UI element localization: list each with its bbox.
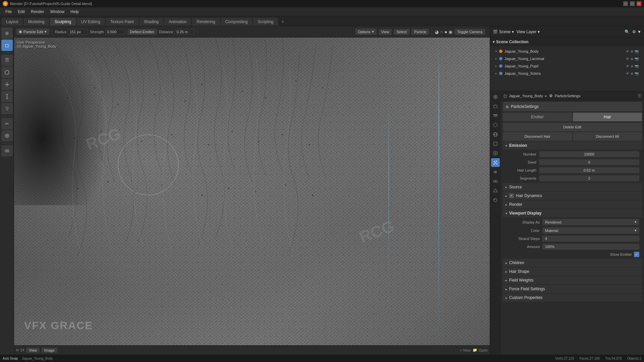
material-props-button[interactable] — [491, 196, 500, 204]
strength-input[interactable]: 0.500 — [105, 29, 125, 35]
tab-rendering[interactable]: Rendering — [192, 18, 220, 26]
maximize-button[interactable]: □ — [630, 1, 635, 6]
emitter-tab[interactable]: Emitter — [503, 113, 572, 121]
tab-sculpting[interactable]: Sculpting — [50, 18, 76, 26]
eye-icon-0[interactable]: 👁 — [626, 50, 629, 53]
minimize-button[interactable]: ─ — [623, 1, 628, 6]
tab-scripting[interactable]: Scripting — [253, 18, 278, 26]
menu-help[interactable]: Help — [68, 9, 82, 15]
distance-input[interactable]: 0.25 m — [174, 29, 195, 35]
render-icon-1[interactable]: 📷 — [635, 57, 639, 61]
menu-window[interactable]: Window — [47, 9, 67, 15]
close-button[interactable]: ✕ — [637, 1, 641, 6]
tab-layout[interactable]: Layout — [1, 18, 23, 26]
shading-material-icon[interactable]: ◉ — [448, 29, 452, 35]
tab-compositing[interactable]: Compositing — [221, 18, 253, 26]
cursor-icon-1[interactable]: ⊕ — [631, 57, 633, 61]
show-emitter-checkbox[interactable]: ✓ — [634, 252, 639, 257]
cursor-icon-0[interactable]: ⊕ — [631, 50, 633, 53]
cursor-icon-3[interactable]: ⊕ — [631, 72, 633, 75]
length-tool-button[interactable] — [1, 91, 13, 102]
mode-selector[interactable]: ◉ Particle Edit ▾ — [16, 28, 49, 35]
color-dropdown[interactable]: Material ▾ — [542, 227, 639, 234]
puff-tool-button[interactable] — [1, 103, 13, 114]
hair-tab[interactable]: Hair — [573, 113, 642, 121]
open-button[interactable]: 📁 Open — [473, 348, 488, 352]
search-box[interactable]: 🔍 — [625, 29, 630, 34]
extra-tool-button[interactable] — [1, 145, 13, 157]
number-value[interactable]: 10000 — [539, 151, 639, 157]
cut-tool-button[interactable]: ✂ — [1, 118, 13, 129]
hair-dynamics-section[interactable]: ▸ ✓ Hair Dynamics — [503, 192, 642, 200]
view-layer-props-button[interactable] — [491, 111, 500, 120]
modifier-props-button[interactable] — [491, 149, 500, 158]
toggle-camera-button[interactable]: Toggle Camera — [454, 29, 485, 35]
children-section[interactable]: ▸ Children — [503, 259, 642, 267]
physics-props-button[interactable] — [491, 168, 500, 176]
scene-dropdown[interactable]: 🎬 Scene ▾ — [493, 29, 514, 34]
render-section[interactable]: ▸ Render — [503, 200, 642, 208]
menu-edit[interactable]: Edit — [15, 9, 28, 15]
add-tool-button[interactable] — [1, 79, 13, 90]
scene-item-0[interactable]: ▾ Jaguar_Young_Body 👁 ⊕ 📷 — [490, 48, 644, 55]
source-section[interactable]: ▸ Source — [503, 183, 642, 191]
select-menu-button[interactable]: Select — [394, 29, 410, 35]
deflect-emitter-button[interactable]: Deflect Emitter — [127, 29, 157, 35]
comb-tool-button[interactable] — [1, 55, 13, 66]
tab-modeling[interactable]: Modeling — [23, 18, 49, 26]
eye-icon-2[interactable]: 👁 — [626, 64, 629, 68]
render-icon-2[interactable]: 📷 — [635, 64, 639, 68]
shading-solid-icon[interactable]: ◕ — [435, 29, 439, 35]
display-as-dropdown[interactable]: Rendered ▾ — [542, 219, 639, 225]
eye-icon-1[interactable]: 👁 — [626, 57, 629, 61]
eye-icon-3[interactable]: 👁 — [626, 72, 629, 75]
disconnect-all-button[interactable]: Disconnect All — [573, 132, 642, 141]
strand-steps-value[interactable]: 4 — [542, 236, 639, 242]
hair-length-value[interactable]: 0.02 m — [539, 167, 639, 173]
scene-props-button[interactable] — [491, 121, 500, 129]
delete-edit-button[interactable]: Delete Edit — [503, 123, 642, 131]
view-menu-button[interactable]: View — [379, 29, 392, 35]
amount-value[interactable]: 100% — [542, 244, 639, 250]
shading-rendered-icon[interactable]: ● — [444, 29, 447, 35]
funnel-icon[interactable]: ▼ — [637, 29, 641, 34]
constraints-props-button[interactable] — [491, 177, 500, 186]
particle-menu-button[interactable]: Particle — [412, 29, 429, 35]
options-button[interactable]: Options ▾ — [355, 28, 377, 35]
hair-dynamics-checkbox[interactable]: ✓ — [509, 193, 514, 198]
view-layer-dropdown[interactable]: View Layer ▾ — [517, 29, 540, 34]
viewport-display-header[interactable]: ▾ Viewport Display — [503, 209, 642, 217]
scene-item-1[interactable]: ▸ Jaguar_Young_Lacrimal 👁 ⊕ 📷 — [490, 55, 644, 62]
field-weights-section[interactable]: ▸ Field Weights — [503, 276, 642, 284]
scene-item-3[interactable]: ▸ Jaguar_Young_Sclera 👁 ⊕ 📷 — [490, 70, 644, 77]
world-props-button[interactable] — [491, 130, 500, 139]
object-props-button[interactable] — [491, 139, 500, 148]
emission-section-header[interactable]: ▾ Emission — [503, 141, 642, 149]
filter-icon[interactable]: ⚙ — [632, 29, 636, 34]
menu-render[interactable]: Render — [28, 9, 47, 15]
image-button-bottom[interactable]: Image — [42, 348, 57, 353]
menu-file[interactable]: File — [3, 9, 14, 15]
render-icon-3[interactable]: 📷 — [635, 72, 639, 75]
cursor-tool-button[interactable]: ⊕ — [1, 27, 13, 39]
disconnect-hair-button[interactable]: Disconnect Hair — [503, 132, 572, 141]
add-workspace-button[interactable]: + — [279, 17, 287, 26]
select-tool-button[interactable]: ◻ — [1, 40, 13, 51]
object-data-props-button[interactable] — [491, 186, 500, 195]
tab-texture-paint[interactable]: Texture Paint — [106, 18, 139, 26]
tab-shading[interactable]: Shading — [139, 18, 163, 26]
cursor-icon-2[interactable]: ⊕ — [631, 64, 633, 68]
custom-properties-section[interactable]: ▸ Custom Properties — [503, 294, 642, 302]
render-props-button[interactable] — [491, 93, 500, 101]
seed-value[interactable]: 0 — [539, 159, 639, 165]
radius-input[interactable]: 151 px — [68, 29, 88, 35]
new-button[interactable]: + New — [460, 348, 471, 352]
render-icon-0[interactable]: 📷 — [635, 50, 639, 53]
browse-icon[interactable]: ☰ — [638, 94, 641, 98]
smooth-tool-button[interactable] — [1, 67, 13, 78]
particle-name-bar[interactable]: ◉ ParticleSettings — [503, 102, 642, 111]
particles-props-button[interactable] — [491, 158, 500, 167]
weight-tool-button[interactable] — [1, 130, 13, 141]
scene-item-2[interactable]: ▸ Jaguar_Young_Pupil 👁 ⊕ 📷 — [490, 62, 644, 70]
segments-value[interactable]: 2 — [539, 175, 639, 181]
